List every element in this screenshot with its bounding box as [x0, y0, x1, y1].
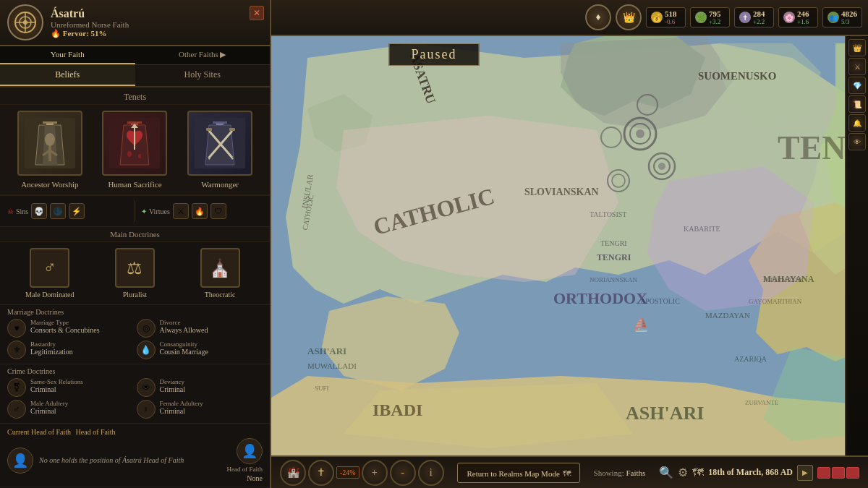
- virtue-icon-3[interactable]: 🛡: [210, 203, 226, 219]
- gold-delta: -0.6: [665, 18, 677, 25]
- svg-text:MUWALLADI: MUWALLADI: [307, 361, 357, 370]
- svg-point-7: [658, 163, 665, 170]
- renown-icon: 🌸: [783, 12, 795, 23]
- doctrine-male-adultery[interactable]: ♂ Male Adultery Criminal: [7, 400, 134, 419]
- svg-text:IBADI: IBADI: [373, 401, 422, 419]
- realm-map-btn[interactable]: 🏰: [280, 460, 306, 486]
- faith-fervor: 🔥 Fervor: 51%: [51, 29, 263, 38]
- doctrine-deviancy[interactable]: 👁 Deviancy Criminal: [137, 378, 263, 397]
- deviancy-icon: 👁: [137, 378, 156, 397]
- zoom-btn[interactable]: +: [362, 460, 388, 486]
- return-btn-label: Return to Realms Map Mode: [467, 469, 559, 478]
- pause-play-btn[interactable]: ▶: [797, 465, 813, 481]
- tenet-sacrifice-name: Human Sacrifice: [108, 180, 161, 189]
- doctrine-pluralist[interactable]: ⚖ Pluralist: [102, 248, 167, 299]
- virtue-icon-1[interactable]: ⚔: [173, 203, 189, 219]
- consanguinity-text: Consanguinity Cousin Marriage: [160, 341, 209, 356]
- sin-icon-3[interactable]: ⚡: [69, 203, 85, 219]
- hof-content: 👤 No one holds the position of Ásatrú He…: [7, 438, 263, 482]
- map-icon: 🗺: [563, 469, 571, 478]
- speed-indicator-3[interactable]: [846, 467, 859, 479]
- head-of-faith-section: Current Head of Faith Head of Faith 👤 No…: [0, 424, 270, 487]
- svg-text:SUFI: SUFI: [315, 385, 329, 392]
- map-mode-btn[interactable]: ✝: [308, 460, 334, 486]
- female-adultery-text: Female Adultery Criminal: [160, 400, 203, 415]
- renown-resource: 🌸 246 +1.6: [778, 7, 818, 27]
- prestige-value: 795: [709, 9, 721, 18]
- other-faiths-tab[interactable]: Other Faiths ▶: [135, 46, 271, 64]
- tenet-warmonger[interactable]: Warmonger: [184, 111, 256, 189]
- re-btn-6[interactable]: 👁: [848, 133, 866, 150]
- svg-text:TENGRI: TENGRI: [600, 239, 627, 247]
- holy-sites-tab[interactable]: Holy Sites: [135, 65, 271, 86]
- speed-indicator-1[interactable]: [817, 467, 830, 479]
- deviancy-text: Deviancy Criminal: [160, 378, 186, 393]
- divorce-text: Divorce Always Allowed: [160, 319, 208, 334]
- court-btn[interactable]: 👑: [616, 4, 642, 30]
- diplomacy-btn[interactable]: ♦: [585, 4, 611, 30]
- map-settings-icon[interactable]: 🗺: [692, 466, 704, 479]
- sins-label: ☠ Sins: [7, 207, 28, 215]
- svg-text:NORIANNSKAN: NORIANNSKAN: [590, 276, 638, 283]
- pause-text: Paused: [412, 47, 457, 61]
- tenet-ancestor-worship[interactable]: Ancestor Worship: [14, 111, 86, 189]
- doctrine-male-icon: ♂: [30, 248, 69, 288]
- your-faith-tab[interactable]: Your Faith: [0, 46, 135, 64]
- close-btn[interactable]: ✕: [250, 6, 264, 20]
- map-area[interactable]: ⛵ CATHOLIC ORTHODOX IBADI ASH'ARI ASATRU…: [271, 0, 868, 488]
- tenet-human-sacrifice[interactable]: Human Sacrifice: [98, 111, 171, 189]
- svg-point-42: [23, 20, 27, 25]
- sins-virtues-row: ☠ Sins 💀 🌑 ⚡ ✦ Virtues ⚔ 🔥 🛡: [0, 196, 270, 227]
- gold-value: 518: [665, 9, 677, 18]
- main-doctrines-header: Main Doctrines: [0, 227, 270, 242]
- marriage-doctrines-header: Marriage Doctrines: [0, 305, 270, 317]
- prestige-resource: 🌿 795 +3.2: [690, 7, 730, 27]
- svg-point-55: [138, 154, 141, 158]
- marriage-doctrines-list: ♥ Marriage Type Consorts & Concubines ◎ …: [0, 317, 270, 364]
- speed-indicator-2[interactable]: [832, 467, 845, 479]
- tenet-warmonger-name: Warmonger: [201, 180, 239, 189]
- tenet-ancestor-img: [17, 111, 82, 176]
- sin-icon-1[interactable]: 💀: [31, 203, 47, 219]
- re-btn-1[interactable]: 👑: [848, 39, 866, 56]
- doctrine-divorce[interactable]: ◎ Divorce Always Allowed: [137, 319, 263, 338]
- tenet-sacrifice-img: [102, 111, 167, 176]
- virtue-icon-2[interactable]: 🔥: [192, 203, 208, 219]
- svg-point-46: [45, 133, 55, 146]
- men-delta: 5/3: [841, 18, 857, 25]
- same-sex-text: Same-Sex Relations Criminal: [30, 378, 83, 393]
- doctrine-theocratic-icon: ⛪: [200, 248, 240, 288]
- svg-text:GAYOMARTHIAN: GAYOMARTHIAN: [749, 298, 802, 305]
- re-btn-2[interactable]: ⚔: [848, 58, 866, 75]
- re-btn-3[interactable]: 💎: [848, 77, 866, 94]
- beliefs-tab[interactable]: Beliefs: [0, 65, 135, 86]
- tenets-label: Tenets: [0, 87, 270, 105]
- sv-divider: [135, 200, 135, 222]
- svg-rect-57: [213, 121, 227, 124]
- info-btn[interactable]: i: [418, 460, 444, 486]
- doctrine-same-sex[interactable]: ⚧ Same-Sex Relations Criminal: [7, 378, 134, 397]
- doctrine-theocratic[interactable]: ⛪ Theocratic: [187, 248, 252, 299]
- tenet-ancestor-name: Ancestor Worship: [21, 180, 78, 189]
- doctrine-male-dominated[interactable]: ♂ Male Dominated: [17, 248, 82, 299]
- re-btn-4[interactable]: 📜: [848, 95, 866, 113]
- return-map-mode-btn[interactable]: Return to Realms Map Mode 🗺: [457, 463, 579, 483]
- tenets-container: Ancestor Worship: [0, 105, 270, 195]
- zoom-search-icon[interactable]: 🔍: [659, 466, 673, 479]
- gold-icon: 💰: [651, 12, 663, 23]
- svg-rect-44: [43, 121, 57, 124]
- fervor-icon: 🔥: [51, 29, 61, 38]
- zoom-out-btn[interactable]: -: [390, 460, 416, 486]
- doctrine-bastardry[interactable]: ⚜ Bastardry Legitimization: [7, 341, 134, 359]
- sin-icon-2[interactable]: 🌑: [50, 203, 66, 219]
- re-btn-5[interactable]: 🔔: [848, 114, 866, 132]
- doctrine-consanguinity[interactable]: 💧 Consanguinity Cousin Marriage: [137, 341, 263, 359]
- piety-delta: +2.2: [753, 18, 765, 25]
- faith-subtitle: Unreformed Norse Faith: [51, 20, 263, 29]
- doctrine-marriage-type[interactable]: ♥ Marriage Type Consorts & Concubines: [7, 319, 134, 338]
- faith-header: Ásatrú Unreformed Norse Faith 🔥 Fervor: …: [0, 0, 270, 46]
- sins-icon: ☠: [7, 207, 14, 215]
- settings-icon[interactable]: ⚙: [678, 466, 688, 479]
- doctrine-female-adultery[interactable]: ♀ Female Adultery Criminal: [137, 400, 263, 419]
- svg-rect-62: [229, 128, 235, 131]
